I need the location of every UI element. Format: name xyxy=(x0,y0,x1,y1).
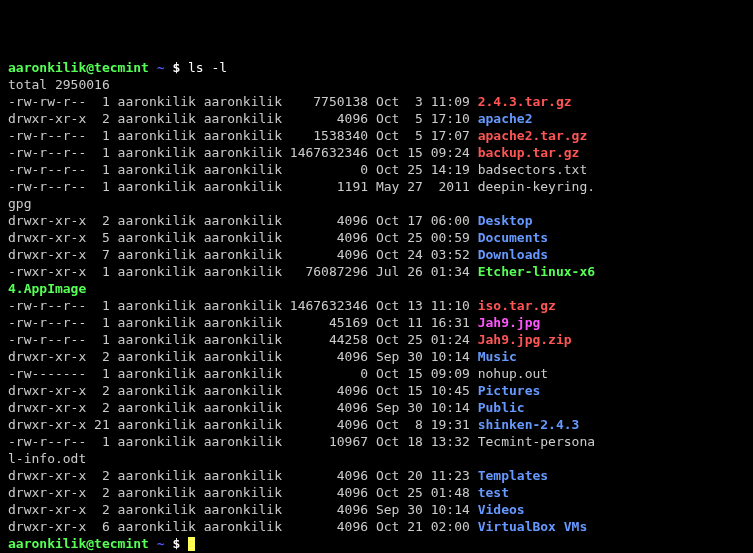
owner: aaronkilik xyxy=(118,434,196,449)
group: aaronkilik xyxy=(204,111,282,126)
date: Oct 17 06:00 xyxy=(376,213,470,228)
links: 1 xyxy=(94,315,110,330)
links: 2 xyxy=(94,349,110,364)
date: Oct 5 17:10 xyxy=(376,111,470,126)
group: aaronkilik xyxy=(204,94,282,109)
group: aaronkilik xyxy=(204,230,282,245)
group: aaronkilik xyxy=(204,264,282,279)
size: 4096 xyxy=(290,213,368,228)
ls-row: drwxr-xr-x 2 aaronkilik aaronkilik 4096 … xyxy=(8,501,745,518)
ls-row: drwxr-xr-x 2 aaronkilik aaronkilik 4096 … xyxy=(8,212,745,229)
size: 1467632346 xyxy=(290,145,368,160)
date: Oct 15 09:09 xyxy=(376,366,470,381)
links: 7 xyxy=(94,247,110,262)
links: 2 xyxy=(94,502,110,517)
filename: Templates xyxy=(478,468,548,483)
ls-row: drwxr-xr-x 5 aaronkilik aaronkilik 4096 … xyxy=(8,229,745,246)
ls-row: -rw-r--r-- 1 aaronkilik aaronkilik 0 Oct… xyxy=(8,161,745,178)
perm: drwxr-xr-x xyxy=(8,349,86,364)
owner: aaronkilik xyxy=(118,349,196,364)
filename: badsectors.txt xyxy=(478,162,588,177)
ls-row: -rw------- 1 aaronkilik aaronkilik 0 Oct… xyxy=(8,365,745,382)
group: aaronkilik xyxy=(204,128,282,143)
prompt-userhost: aaronkilik@tecmint xyxy=(8,60,149,75)
owner: aaronkilik xyxy=(118,111,196,126)
ls-row: drwxr-xr-x 2 aaronkilik aaronkilik 4096 … xyxy=(8,399,745,416)
total-line: total 2950016 xyxy=(8,76,745,93)
perm: drwxr-xr-x xyxy=(8,519,86,534)
perm: drwxr-xr-x xyxy=(8,383,86,398)
filename: iso.tar.gz xyxy=(478,298,556,313)
owner: aaronkilik xyxy=(118,298,196,313)
size: 1467632346 xyxy=(290,298,368,313)
prompt-line-2[interactable]: aaronkilik@tecmint ~ $ xyxy=(8,535,745,552)
size: 4096 xyxy=(290,417,368,432)
date: Oct 21 02:00 xyxy=(376,519,470,534)
perm: drwxr-xr-x xyxy=(8,417,86,432)
filename: Jah9.jpg xyxy=(478,315,541,330)
ls-row: -rw-r--r-- 1 aaronkilik aaronkilik 14676… xyxy=(8,297,745,314)
size: 4096 xyxy=(290,230,368,245)
perm: drwxr-xr-x xyxy=(8,468,86,483)
perm: -rw-r--r-- xyxy=(8,298,86,313)
date: Oct 20 11:23 xyxy=(376,468,470,483)
terminal[interactable]: aaronkilik@tecmint ~ $ ls -ltotal 295001… xyxy=(8,59,745,552)
ls-row: -rw-r--r-- 1 aaronkilik aaronkilik 10967… xyxy=(8,433,745,450)
links: 1 xyxy=(94,434,110,449)
date: May 27 2011 xyxy=(376,179,470,194)
date: Oct 11 16:31 xyxy=(376,315,470,330)
date: Oct 13 11:10 xyxy=(376,298,470,313)
date: Sep 30 10:14 xyxy=(376,349,470,364)
group: aaronkilik xyxy=(204,502,282,517)
filename: 2.4.3.tar.gz xyxy=(478,94,572,109)
perm: -rw-r--r-- xyxy=(8,128,86,143)
filename: Music xyxy=(478,349,517,364)
date: Oct 25 14:19 xyxy=(376,162,470,177)
links: 1 xyxy=(94,332,110,347)
group: aaronkilik xyxy=(204,162,282,177)
ls-row: -rw-r--r-- 1 aaronkilik aaronkilik 15383… xyxy=(8,127,745,144)
date: Jul 26 01:34 xyxy=(376,264,470,279)
date: Oct 25 01:24 xyxy=(376,332,470,347)
size: 4096 xyxy=(290,247,368,262)
links: 2 xyxy=(94,111,110,126)
links: 2 xyxy=(94,485,110,500)
group: aaronkilik xyxy=(204,315,282,330)
owner: aaronkilik xyxy=(118,145,196,160)
size: 76087296 xyxy=(290,264,368,279)
perm: -rw-r--r-- xyxy=(8,179,86,194)
group: aaronkilik xyxy=(204,383,282,398)
owner: aaronkilik xyxy=(118,332,196,347)
prompt-line-1: aaronkilik@tecmint ~ $ ls -l xyxy=(8,59,745,76)
date: Sep 30 10:14 xyxy=(376,502,470,517)
date: Oct 25 00:59 xyxy=(376,230,470,245)
date: Oct 8 19:31 xyxy=(376,417,470,432)
owner: aaronkilik xyxy=(118,162,196,177)
links: 1 xyxy=(94,162,110,177)
size: 4096 xyxy=(290,468,368,483)
group: aaronkilik xyxy=(204,400,282,415)
links: 2 xyxy=(94,468,110,483)
links: 21 xyxy=(94,417,110,432)
owner: aaronkilik xyxy=(118,417,196,432)
prompt-path: ~ xyxy=(157,536,165,551)
size: 4096 xyxy=(290,349,368,364)
size: 45169 xyxy=(290,315,368,330)
size: 4096 xyxy=(290,383,368,398)
perm: -rwxr-xr-x xyxy=(8,264,86,279)
ls-row: drwxr-xr-x 6 aaronkilik aaronkilik 4096 … xyxy=(8,518,745,535)
filename: backup.tar.gz xyxy=(478,145,580,160)
size: 4096 xyxy=(290,502,368,517)
filename: apache2.tar.gz xyxy=(478,128,588,143)
owner: aaronkilik xyxy=(118,179,196,194)
links: 1 xyxy=(94,298,110,313)
ls-row: drwxr-xr-x 2 aaronkilik aaronkilik 4096 … xyxy=(8,110,745,127)
owner: aaronkilik xyxy=(118,128,196,143)
filename: Downloads xyxy=(478,247,548,262)
ls-row: drwxr-xr-x 7 aaronkilik aaronkilik 4096 … xyxy=(8,246,745,263)
filename-wrap: l-info.odt xyxy=(8,450,745,467)
group: aaronkilik xyxy=(204,434,282,449)
links: 2 xyxy=(94,213,110,228)
filename: VirtualBox VMs xyxy=(478,519,588,534)
size: 0 xyxy=(290,162,368,177)
